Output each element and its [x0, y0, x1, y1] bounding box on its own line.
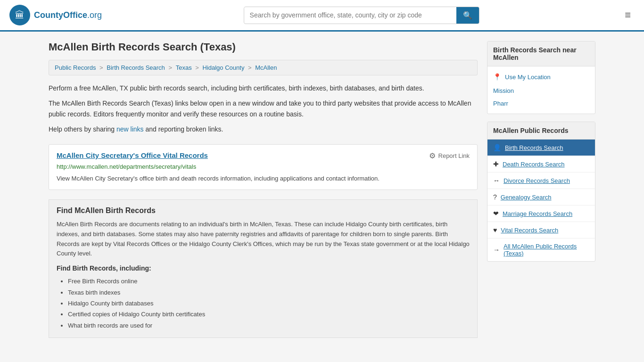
sidebar-nearby-title: Birth Records Search near McAllen	[487, 41, 595, 66]
content-area: McAllen Birth Records Search (Texas) Pub…	[49, 41, 478, 338]
report-icon: ⚙	[429, 151, 436, 160]
nearby-link-pharr[interactable]: Pharr	[493, 98, 589, 109]
new-links[interactable]: new links	[116, 125, 144, 133]
breadcrumb-public-records[interactable]: Public Records	[55, 64, 96, 71]
record-url[interactable]: http://www.mcallen.net/departments/secre…	[57, 163, 470, 170]
logo-text: CountyOffice.org	[34, 10, 102, 20]
report-link-button[interactable]: ⚙ Report Link	[429, 151, 470, 160]
breadcrumb: Public Records > Birth Records Search > …	[49, 60, 478, 75]
breadcrumb-hidalgo[interactable]: Hidalgo County	[203, 64, 245, 71]
find-list: Free Birth Records online Texas birth in…	[57, 276, 470, 331]
vital-records-icon: ♥	[493, 226, 497, 234]
search-input[interactable]	[244, 8, 456, 23]
sidebar: Birth Records Search near McAllen 📍 Use …	[487, 41, 595, 338]
list-item: Free Birth Records online	[68, 276, 470, 287]
search-bar: 🔍	[244, 7, 479, 24]
sidebar-public-records-title: McAllen Public Records	[487, 122, 595, 140]
list-item: Hidalgo County birth databases	[68, 298, 470, 309]
sidebar-nav-marriage-records[interactable]: ❤ Marriage Records Search	[487, 206, 595, 222]
page-title: McAllen Birth Records Search (Texas)	[49, 41, 478, 53]
sidebar-nav-divorce-records[interactable]: ↔ Divorce Records Search	[487, 173, 595, 189]
death-records-icon: ✚	[493, 160, 499, 168]
list-item: Texas birth indexes	[68, 287, 470, 298]
logo-icon: 🏛	[9, 5, 30, 25]
sidebar-nav-death-records[interactable]: ✚ Death Records Search	[487, 156, 595, 173]
marriage-records-icon: ❤	[493, 210, 499, 217]
sidebar-nav-vital-records[interactable]: ♥ Vital Records Search	[487, 222, 595, 239]
breadcrumb-mcallen[interactable]: McAllen	[255, 64, 277, 71]
sidebar-nearby-section: Birth Records Search near McAllen 📍 Use …	[487, 41, 595, 114]
menu-button[interactable]: ≡	[621, 7, 635, 23]
find-section-title: Find McAllen Birth Records	[57, 206, 470, 215]
nearby-link-mission[interactable]: Mission	[493, 85, 589, 96]
site-header: 🏛 CountyOffice.org 🔍 ≡	[0, 0, 644, 32]
location-icon: 📍	[493, 73, 501, 81]
intro-p1: Perform a free McAllen, TX public birth …	[49, 83, 478, 93]
record-card: McAllen City Secretary's Office Vital Re…	[49, 144, 478, 190]
use-location-link[interactable]: 📍 Use My Location	[493, 71, 589, 82]
sidebar-nearby-content: 📍 Use My Location Mission Pharr	[487, 66, 595, 114]
search-button[interactable]: 🔍	[456, 7, 479, 24]
intro-p2: The McAllen Birth Records Search (Texas)…	[49, 98, 478, 119]
find-section: Find McAllen Birth Records McAllen Birth…	[49, 199, 478, 338]
record-card-title[interactable]: McAllen City Secretary's Office Vital Re…	[57, 151, 208, 159]
breadcrumb-texas[interactable]: Texas	[176, 64, 192, 71]
birth-records-icon: 👤	[493, 144, 501, 151]
main-container: McAllen Birth Records Search (Texas) Pub…	[39, 32, 605, 347]
all-records-icon: →	[493, 246, 500, 254]
header-right: ≡	[621, 7, 635, 23]
list-item: Certified copies of Hidalgo County birth…	[68, 309, 470, 320]
genealogy-icon: ?	[493, 193, 497, 201]
sidebar-nav-birth-records[interactable]: 👤 Birth Records Search	[487, 140, 595, 156]
sidebar-nav-all-records[interactable]: → All McAllen Public Records (Texas)	[487, 239, 595, 261]
find-section-body: McAllen Birth Records are documents rela…	[57, 220, 470, 259]
logo-area: 🏛 CountyOffice.org	[9, 5, 102, 25]
breadcrumb-birth-records[interactable]: Birth Records Search	[107, 64, 165, 71]
record-card-header: McAllen City Secretary's Office Vital Re…	[57, 151, 470, 160]
sidebar-public-records-section: McAllen Public Records 👤 Birth Records S…	[487, 122, 595, 262]
record-desc: View McAllen City Secretary's office bir…	[57, 174, 470, 183]
divorce-records-icon: ↔	[493, 177, 500, 184]
list-item: What birth records are used for	[68, 320, 470, 331]
find-list-title: Find Birth Records, including:	[57, 264, 470, 272]
intro-p3: Help others by sharing new links and rep…	[49, 124, 478, 134]
sidebar-nav-genealogy[interactable]: ? Genealogy Search	[487, 189, 595, 206]
